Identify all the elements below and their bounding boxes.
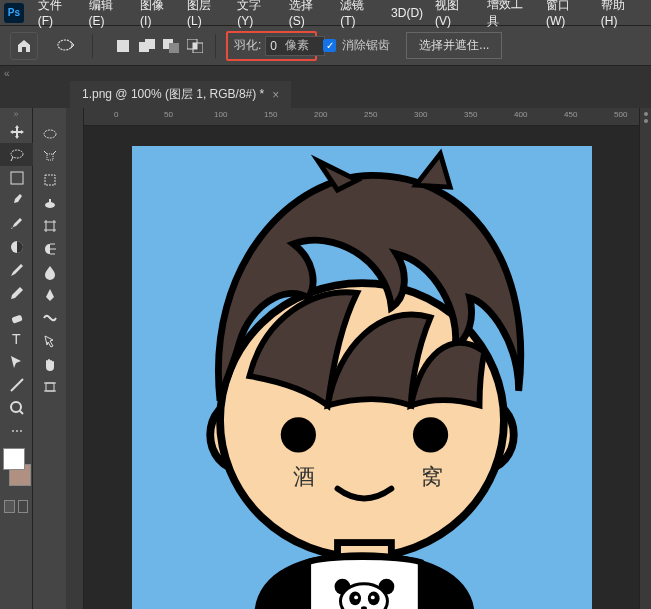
tabstrip-chevrons: « xyxy=(0,66,651,80)
menu-select[interactable]: 选择(S) xyxy=(283,0,335,28)
svg-point-35 xyxy=(412,417,447,452)
panel-dock[interactable] xyxy=(639,108,651,609)
ruler-tick: 200 xyxy=(314,110,327,119)
type-tool-icon[interactable]: T xyxy=(0,327,33,350)
menu-image[interactable]: 图像(I) xyxy=(134,0,181,28)
tab-title: 1.png @ 100% (图层 1, RGB/8#) * xyxy=(82,86,264,103)
antialias-label: 消除锯齿 xyxy=(342,37,390,54)
ruler-vertical xyxy=(66,108,84,609)
standard-mode-icon[interactable] xyxy=(4,500,15,513)
menu-type[interactable]: 文字(Y) xyxy=(231,0,283,28)
ruler-tick: 100 xyxy=(214,110,227,119)
foreground-swatch[interactable] xyxy=(3,448,25,470)
separator xyxy=(92,34,93,58)
svg-line-17 xyxy=(20,411,23,414)
home-button[interactable] xyxy=(10,32,38,60)
select-and-mask-button[interactable]: 选择并遮住... xyxy=(406,32,502,59)
feather-label: 羽化: xyxy=(234,37,261,54)
menu-edit[interactable]: 编辑(E) xyxy=(83,0,135,28)
selection-add-icon[interactable] xyxy=(137,36,157,56)
line-tool-icon[interactable] xyxy=(0,373,33,396)
menu-view[interactable]: 视图(V) xyxy=(429,0,481,28)
chevron-icon[interactable]: » xyxy=(0,108,32,120)
options-bar: 羽化: 像素 ✓ 消除锯齿 选择并遮住... xyxy=(0,26,651,66)
selection-subtract-icon[interactable] xyxy=(161,36,181,56)
crop-tool-icon[interactable] xyxy=(0,166,33,189)
brush-tool-icon[interactable] xyxy=(0,212,33,235)
svg-point-34 xyxy=(280,417,315,452)
svg-rect-24 xyxy=(49,199,51,203)
perspective-crop-icon[interactable] xyxy=(33,214,66,237)
svg-text:窝: 窝 xyxy=(420,465,442,489)
menu-window[interactable]: 窗口(W) xyxy=(540,0,595,28)
document-tab[interactable]: 1.png @ 100% (图层 1, RGB/8#) * × xyxy=(70,81,291,108)
dock-dot-icon xyxy=(644,119,648,123)
feather-input[interactable] xyxy=(265,36,325,56)
eyedropper-tool-icon[interactable] xyxy=(0,189,33,212)
feather-highlight: 羽化: 像素 xyxy=(226,31,317,61)
pencil-tool-icon[interactable] xyxy=(0,281,33,304)
zoom-tool-icon[interactable] xyxy=(0,396,33,419)
svg-rect-10 xyxy=(11,172,23,184)
svg-text:酒: 酒 xyxy=(293,465,315,489)
hand-tool-icon[interactable] xyxy=(33,352,66,375)
svg-rect-1 xyxy=(117,40,129,52)
selection-new-icon[interactable] xyxy=(113,36,133,56)
eraser-tool-icon[interactable] xyxy=(0,304,33,327)
menu-layer[interactable]: 图层(L) xyxy=(181,0,231,28)
frame-tool-icon[interactable] xyxy=(33,168,66,191)
svg-point-0 xyxy=(58,40,72,50)
menubar: Ps 文件(F) 编辑(E) 图像(I) 图层(L) 文字(Y) 选择(S) 滤… xyxy=(0,0,651,26)
quickmask-mode-icon[interactable] xyxy=(18,500,29,513)
antialias-checkbox[interactable]: ✓ xyxy=(323,39,336,52)
ruler-tick: 350 xyxy=(464,110,477,119)
pen-tool-icon[interactable] xyxy=(33,283,66,306)
ruler-tick: 500 xyxy=(614,110,627,119)
move-tool-icon[interactable] xyxy=(0,120,33,143)
menu-3d[interactable]: 3D(D) xyxy=(385,6,429,20)
svg-point-41 xyxy=(340,584,387,609)
healing-tool-icon[interactable] xyxy=(0,258,33,281)
gradient-tool-icon[interactable] xyxy=(0,235,33,258)
shape-tool-icon[interactable] xyxy=(33,306,66,329)
direct-select-icon[interactable] xyxy=(33,329,66,352)
chevron-icon[interactable]: « xyxy=(4,68,10,79)
selection-mode-group xyxy=(113,36,205,56)
canvas[interactable]: 酒 窝 xyxy=(132,146,592,609)
close-icon[interactable]: × xyxy=(272,88,279,102)
blur-tool-icon[interactable] xyxy=(33,260,66,283)
dodge-tool-icon[interactable] xyxy=(33,237,66,260)
ruler-horizontal: 0 50 100 150 200 250 300 350 400 450 500 xyxy=(84,108,639,126)
svg-point-9 xyxy=(11,150,23,158)
wand-tool-icon[interactable] xyxy=(33,145,66,168)
svg-rect-28 xyxy=(46,383,54,391)
clone-tool-icon[interactable] xyxy=(33,191,66,214)
svg-text:T: T xyxy=(12,331,21,347)
selection-intersect-icon[interactable] xyxy=(185,36,205,56)
menu-plugins[interactable]: 增效工具 xyxy=(481,0,540,30)
artboard-tool-icon[interactable] xyxy=(33,375,66,398)
chevron-icon[interactable] xyxy=(33,108,66,122)
tool-preset-icon[interactable] xyxy=(52,34,82,58)
color-swatches[interactable] xyxy=(3,448,31,486)
svg-rect-3 xyxy=(145,39,155,49)
menu-filter[interactable]: 滤镜(T) xyxy=(334,0,385,28)
canvas-area[interactable]: 酒 窝 xyxy=(84,126,639,609)
svg-rect-8 xyxy=(193,43,197,49)
marquee-tool-icon[interactable] xyxy=(33,122,66,145)
menu-help[interactable]: 帮助(H) xyxy=(595,0,647,28)
svg-point-44 xyxy=(354,595,358,599)
tools-panel-right xyxy=(33,108,66,609)
ruler-tick: 250 xyxy=(364,110,377,119)
ruler-tick: 150 xyxy=(264,110,277,119)
menu-file[interactable]: 文件(F) xyxy=(32,0,83,28)
path-tool-icon[interactable] xyxy=(0,350,33,373)
more-tool-icon[interactable]: ⋯ xyxy=(0,419,33,442)
tools-panel-left: » T ⋯ xyxy=(0,108,33,609)
canvas-wrap: 0 50 100 150 200 250 300 350 400 450 500 xyxy=(84,108,639,609)
svg-rect-22 xyxy=(45,175,55,185)
dock-dot-icon xyxy=(644,112,648,116)
svg-line-21 xyxy=(53,151,56,154)
lasso-tool-icon[interactable] xyxy=(0,143,33,166)
character-artwork: 酒 窝 xyxy=(132,146,592,609)
